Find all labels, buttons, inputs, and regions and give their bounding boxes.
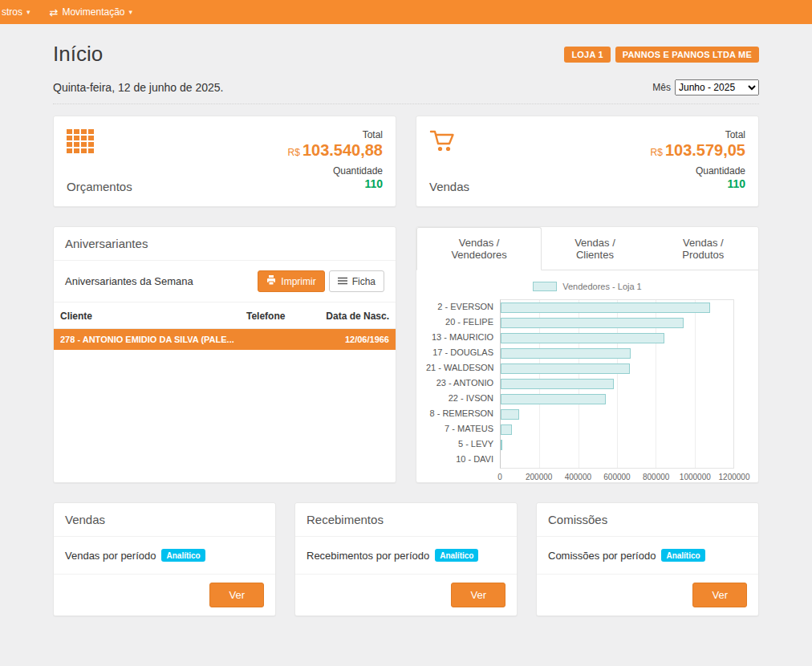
total-amount: R$103.540,88 bbox=[288, 141, 383, 160]
chart-bar bbox=[501, 318, 684, 328]
chart-category-label: 10 - DAVI bbox=[426, 452, 500, 467]
card-title: Vendas bbox=[429, 180, 469, 193]
chart-row bbox=[501, 453, 733, 468]
month-label: Mês bbox=[652, 82, 671, 93]
nav-item-movimentacao[interactable]: ⇄ Movimentação ▾ bbox=[40, 0, 142, 24]
column-header-cliente: Cliente bbox=[60, 311, 246, 322]
month-select[interactable]: Junho - 2025 bbox=[675, 79, 759, 95]
birthday-row[interactable]: 278 - ANTONIO EMIDIO DA SILVA (PALE... 1… bbox=[54, 329, 396, 350]
report-title: Recebimentos bbox=[295, 503, 517, 537]
birthday-client: 278 - ANTONIO EMIDIO DA SILVA (PALE... bbox=[60, 335, 246, 344]
chart-category-label: 13 - MAURICIO bbox=[426, 330, 500, 345]
ficha-button[interactable]: Ficha bbox=[329, 270, 384, 292]
analitico-badge: Analítico bbox=[661, 549, 704, 562]
chart-row bbox=[501, 376, 733, 392]
chart-category-label: 20 - FELIPE bbox=[426, 315, 500, 330]
report-description: Comissões por período bbox=[548, 550, 656, 562]
report-title: Vendas bbox=[54, 503, 275, 537]
quantity-value: 110 bbox=[651, 177, 745, 190]
chart-bar bbox=[501, 303, 710, 313]
chart-bar bbox=[501, 424, 512, 435]
report-title: Comissões bbox=[537, 503, 758, 537]
page-title: Início bbox=[53, 42, 103, 67]
ver-button[interactable]: Ver bbox=[451, 583, 505, 607]
legend-label: Vendedores - Loja 1 bbox=[562, 282, 641, 291]
birthdays-card: Aniversariantes Aniversariantes da Seman… bbox=[53, 226, 396, 483]
orcamentos-card: Orçamentos Total R$103.540,88 Quantidade… bbox=[53, 116, 396, 207]
column-header-telefone: Telefone bbox=[246, 311, 320, 322]
ver-button[interactable]: Ver bbox=[209, 583, 264, 607]
caret-down-icon: ▾ bbox=[129, 8, 133, 16]
sales-chart: 2 - EVERSON20 - FELIPE13 - MAURICIO17 - … bbox=[416, 291, 758, 469]
list-icon bbox=[338, 276, 347, 287]
birthday-date: 12/06/1966 bbox=[320, 335, 389, 344]
legend-swatch bbox=[533, 282, 557, 291]
swap-arrows-icon: ⇄ bbox=[50, 6, 59, 18]
chart-x-tick: 200000 bbox=[526, 473, 552, 481]
current-date: Quinta-feira, 12 de junho de 2025. bbox=[53, 81, 224, 94]
chart-category-label: 23 - ANTONIO bbox=[426, 376, 500, 391]
cart-icon bbox=[429, 129, 469, 156]
company-badge: PANNOS E PANNOS LTDA ME bbox=[615, 47, 759, 63]
chart-labels: 2 - EVERSON20 - FELIPE13 - MAURICIO17 - … bbox=[426, 299, 500, 469]
print-button-label: Imprimir bbox=[281, 276, 315, 287]
column-header-nascimento: Data de Nasc. bbox=[320, 311, 389, 322]
chart-row bbox=[501, 422, 733, 437]
tab-vendas-vendedores[interactable]: Vendas / Vendedores bbox=[416, 227, 542, 270]
chart-bar bbox=[501, 440, 502, 450]
total-amount: R$103.579,05 bbox=[651, 141, 745, 160]
chart-x-tick: 0 bbox=[497, 473, 502, 481]
chart-row bbox=[501, 437, 733, 453]
total-label: Total bbox=[288, 129, 383, 140]
chart-category-label: 5 - LEVY bbox=[426, 437, 500, 452]
nav-item-label: stros bbox=[2, 6, 22, 18]
tab-vendas-clientes[interactable]: Vendas / Clientes bbox=[542, 227, 648, 270]
chart-row bbox=[501, 346, 733, 361]
chart-bar bbox=[501, 409, 519, 420]
comissoes-report-card: Comissões Comissões por período Analític… bbox=[536, 502, 759, 616]
total-value: 103.579,05 bbox=[665, 141, 745, 159]
chart-row bbox=[501, 361, 733, 376]
currency-symbol: R$ bbox=[288, 147, 300, 158]
chart-bar bbox=[501, 363, 630, 374]
nav-item-label: Movimentação bbox=[62, 6, 124, 18]
header-badges: LOJA 1 PANNOS E PANNOS LTDA ME bbox=[564, 47, 759, 63]
total-label: Total bbox=[651, 129, 745, 140]
sales-tabs: Vendas / Vendedores Vendas / Clientes Ve… bbox=[416, 227, 758, 270]
birthdays-subtitle: Aniversariantes da Semana bbox=[65, 275, 193, 287]
print-button[interactable]: Imprimir bbox=[258, 270, 324, 292]
sales-panel-card: Vendas / Vendedores Vendas / Clientes Ve… bbox=[416, 226, 759, 483]
printer-icon bbox=[266, 275, 276, 287]
chart-row bbox=[501, 407, 733, 422]
nav-item-cadastros[interactable]: stros ▾ bbox=[0, 0, 40, 24]
chart-row bbox=[501, 331, 733, 346]
chart-row bbox=[501, 315, 733, 331]
total-value: 103.540,88 bbox=[302, 141, 383, 159]
top-navbar: stros ▾ ⇄ Movimentação ▾ bbox=[0, 0, 812, 24]
quantity-value: 110 bbox=[288, 177, 383, 190]
chart-x-tick: 800000 bbox=[643, 473, 669, 481]
caret-down-icon: ▾ bbox=[26, 8, 30, 16]
chart-row bbox=[501, 300, 733, 315]
calculator-icon bbox=[67, 129, 132, 156]
quantity-label: Quantidade bbox=[288, 165, 383, 177]
chart-category-label: 17 - DOUGLAS bbox=[426, 345, 500, 360]
recebimentos-report-card: Recebimentos Recebimentos por período An… bbox=[294, 502, 518, 616]
ficha-button-label: Ficha bbox=[352, 276, 376, 287]
chart-row bbox=[501, 392, 733, 407]
chart-legend: Vendedores - Loja 1 bbox=[416, 282, 758, 291]
tab-vendas-produtos[interactable]: Vendas / Produtos bbox=[648, 227, 758, 270]
chart-category-label: 21 - WALDESON bbox=[426, 360, 500, 376]
birthdays-table: Cliente Telefone Data de Nasc. 278 - ANT… bbox=[54, 303, 396, 350]
chart-bar bbox=[501, 379, 614, 389]
chart-category-label: 8 - REMERSON bbox=[426, 406, 500, 421]
vendas-card: Vendas Total R$103.579,05 Quantidade 110 bbox=[416, 116, 759, 207]
analitico-badge: Analítico bbox=[161, 549, 205, 562]
chart-category-label: 22 - IVSON bbox=[426, 391, 500, 406]
currency-symbol: R$ bbox=[651, 147, 663, 158]
chart-bar bbox=[501, 348, 631, 359]
analitico-badge: Analítico bbox=[435, 549, 478, 562]
chart-xaxis: 020000040000060000080000010000001200000 bbox=[500, 469, 734, 483]
ver-button[interactable]: Ver bbox=[692, 583, 747, 607]
card-title: Orçamentos bbox=[67, 180, 132, 193]
